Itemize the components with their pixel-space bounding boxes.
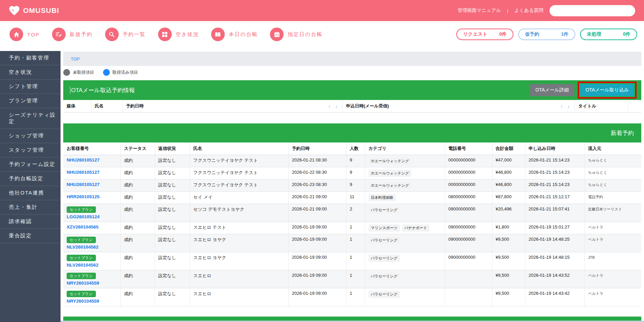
annotation-highlight-box: OTAメール取り込み [578,82,637,99]
table-cell: 2026-01-23 08:30 [288,180,346,192]
manual-link[interactable]: 管理画面マニュアル [458,7,501,14]
nav-item-予約一覧[interactable]: 予約一覧 [105,28,146,41]
text-cursor [70,87,70,94]
new-reservations-table: お客様番号ステータス返信状況氏名予約日時人数カテゴリ電話番号合計金額申し込み日時… [63,142,641,306]
table-cell: パラセーリング [365,234,445,252]
status-badge-リクエスト[interactable]: リクエスト0件 [456,29,513,40]
reply-status-value: 設定なし [158,225,176,230]
table-cell: 設定なし [155,192,190,204]
table-cell: 2026-01-21 09:00 [288,204,346,222]
nav-item-空き状況[interactable]: 空き状況 [158,28,199,41]
table-cell: 00000000000 [445,180,492,192]
customer-number-link[interactable]: NRY260104559 [67,299,99,304]
table-cell: 09000000000 [445,222,492,234]
breadcrumb-top-link[interactable]: TOP [71,56,80,62]
category-tag: パラセーリング [369,255,400,262]
status-badge-未処理[interactable]: 未処理0件 [580,29,637,40]
main-content: TOP 未取得項目取得済み項目 OTAメール取込予約情報 OTAメール詳細 OT… [61,48,644,322]
customer-number-link[interactable]: NHU260105127 [67,182,100,187]
customer-name: スエヒロ テスト [193,225,226,230]
customer-number-link[interactable]: NLV260104562 [67,244,99,250]
nav-icon-circle [270,28,284,41]
customer-number-link[interactable]: NLV260104562 [67,262,99,268]
reservation-row: HRR260105125成約設定なしセイ メイ2026-01-21 09:001… [63,192,641,204]
ota-mail-detail-button[interactable]: OTAメール詳細 [530,84,574,96]
table-cell [445,288,492,306]
ota-table-header-row: 媒体氏名予約日時↑↓申込日時(メール受信)↑↓タイトル [63,100,641,113]
sidebar-item-予約フォーム設定[interactable]: 予約フォーム設定 [0,157,61,172]
table-cell: 成約 [120,155,155,167]
reservation-row: セットプランLGG260105124成約設定なしセソコ デモテストヨヤク2026… [63,204,641,222]
sidebar-item-他社OTA連携[interactable]: 他社OTA連携 [0,186,61,200]
table-cell: ¥9,500 [492,234,525,252]
reservation-row: セットプランNRY260104559成約設定なしスエヒロ2026-01-19 0… [63,288,641,306]
column-header-予約日時: 予約日時 [288,142,346,155]
status-value: 成約 [124,194,133,200]
table-cell: セットプランNRY260104559 [63,288,120,306]
customer-name: フクスウニッテイヨヤク テスト [193,170,258,175]
table-cell: XZV260104565 [63,222,120,234]
customer-number-link[interactable]: XZV260104565 [67,224,99,230]
reservation-datetime: 2026-01-22 08:30 [292,170,327,175]
sidebar-item-予約・顧客管理[interactable]: 予約・顧客管理 [0,51,61,65]
sort-asc-icon[interactable]: ↑ [328,104,331,109]
reply-status-value: 設定なし [158,207,176,212]
table-cell: 2026-01-19 14:48:25 [525,234,584,252]
header-divider: | [507,8,508,13]
sidebar-item-請求確認[interactable]: 請求確認 [0,215,61,229]
sidebar-item-シーズナリティ設定[interactable]: シーズナリティ設定 [0,108,61,129]
phone-number: 09000000000 [448,224,476,230]
brand-logo[interactable]: OMUSUBI [8,4,59,17]
table-cell: ベルトラ [584,288,641,306]
badge-label: リクエスト [463,31,488,37]
table-cell: 1 [346,252,365,270]
sidebar-item-プラン管理[interactable]: プラン管理 [0,94,61,108]
table-cell: 09000000000 [445,252,492,270]
table-cell: ちゅらとく [584,155,641,167]
table-cell: 2026-01-19 09:00 [288,270,346,288]
sidebar-item-スタッフ管理[interactable]: スタッフ管理 [0,143,61,157]
sidebar-item-乗合設定[interactable]: 乗合設定 [0,229,61,243]
customer-number-link[interactable]: LGG260105124 [67,214,100,219]
table-cell: 2026-01-19 09:00 [288,234,346,252]
nav-item-新規予約[interactable]: 新規予約 [52,28,93,41]
table-cell: 成約 [120,222,155,234]
customer-number-link[interactable]: NRY260104559 [67,281,99,286]
faq-link[interactable]: よくある質問 [514,7,543,14]
total-amount: ¥46,800 [496,182,512,187]
reservation-row: NHU260105127成約設定なしフクスウニッテイヨヤク テスト2026-01… [63,167,641,180]
table-cell: ¥87,800 [492,192,525,204]
category-tag: ホエールウォッチング [369,157,411,165]
table-cell: 08000000000 [445,192,492,204]
people-count: 9 [350,170,352,175]
sort-desc-icon[interactable]: ↓ [335,104,338,109]
sidebar-item-売上・集計[interactable]: 売上・集計 [0,200,61,215]
nav-item-本日の台帳[interactable]: 本日の台帳 [211,28,258,41]
total-amount: ¥46,800 [496,170,512,175]
status-badge-仮予約[interactable]: 仮予約1件 [518,29,575,40]
table-cell: 成約 [120,288,155,306]
people-count: 9 [350,182,352,187]
sidebar-item-空き状況[interactable]: 空き状況 [0,65,61,80]
customer-name: フクスウニッテイヨヤク テスト [193,182,258,187]
customer-number-link[interactable]: NHU260105127 [67,170,100,175]
sidebar-item-シフト管理[interactable]: シフト管理 [0,80,61,94]
sidebar-item-予約台帳設定[interactable]: 予約台帳設定 [0,172,61,186]
ota-mail-import-button[interactable]: OTAメール取り込み [580,84,634,96]
table-cell: ちゅらとく [584,180,641,192]
applied-datetime: 2026-01-21 15:07:41 [529,206,570,211]
table-cell: 成約 [120,180,155,192]
header-search-input[interactable] [549,5,635,16]
home-icon [13,31,20,38]
table-cell: 2026-01-19 09:00 [288,222,346,234]
sort-asc-icon[interactable]: ↑ [561,104,563,109]
main-layout: 予約・顧客管理空き状況シフト管理プラン管理シーズナリティ設定ショップ管理スタッフ… [0,48,644,322]
nav-item-TOP[interactable]: TOP [10,28,40,41]
customer-number-link[interactable]: NHU260105127 [67,157,100,163]
applied-datetime: 2026-01-19 14:43:52 [529,273,570,278]
sidebar-item-ショップ管理[interactable]: ショップ管理 [0,129,61,143]
sort-desc-icon[interactable]: ↓ [567,104,570,109]
nav-item-指定日の台帳[interactable]: 指定日の台帳 [270,28,322,41]
status-value: 成約 [124,237,133,242]
customer-number-link[interactable]: HRR260105125 [67,194,100,199]
